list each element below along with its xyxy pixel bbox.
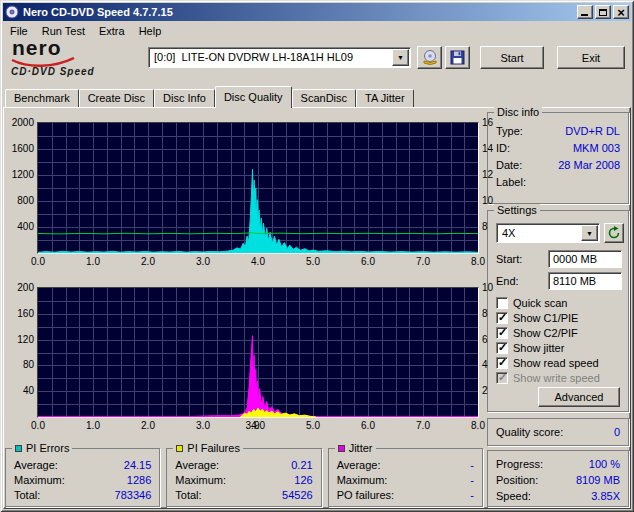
axis-tick-label: 6.0 xyxy=(355,421,381,431)
settings-checkbox-list: Quick scan✓Show C1/PIE✓Show C2/PIF✓Show … xyxy=(496,295,624,385)
axis-tick-label: 1200 xyxy=(0,170,34,180)
menu-extra[interactable]: Extra xyxy=(92,23,132,39)
tab-disc-quality[interactable]: Disc Quality xyxy=(215,86,292,108)
stat-value: 783346 xyxy=(115,489,152,501)
checkbox-quick-scan[interactable]: Quick scan xyxy=(496,295,624,310)
pi-errors-legend-swatch xyxy=(15,445,22,452)
start-button[interactable]: Start xyxy=(480,46,544,69)
axis-tick-label: 12 xyxy=(482,170,504,180)
axis-tick-label: 4.0 xyxy=(245,257,271,267)
pi-failures-total-row: Total:54526 xyxy=(167,487,320,502)
axis-tick-label: 3.0 xyxy=(190,257,216,267)
tab-create-disc[interactable]: Create Disc xyxy=(79,89,154,107)
title-bar[interactable]: Nero CD-DVD Speed 4.7.7.15 × xyxy=(3,3,631,21)
start-position-field[interactable]: 0000 MB xyxy=(548,250,622,268)
refresh-button[interactable] xyxy=(604,223,624,243)
tab-benchmark[interactable]: Benchmark xyxy=(5,89,79,107)
check-icon: ✓ xyxy=(498,371,507,383)
minimize-icon xyxy=(581,14,588,16)
stat-value: - xyxy=(470,489,474,501)
axis-tick-label: 40 xyxy=(0,386,34,396)
checkbox-show-read-speed[interactable]: ✓Show read speed xyxy=(496,355,624,370)
axis-tick-label: 4 xyxy=(482,360,504,370)
jitter-legend-swatch xyxy=(338,445,345,452)
stat-label: PO failures: xyxy=(337,489,394,501)
stat-label: Average: xyxy=(175,459,219,471)
checkbox-label: Quick scan xyxy=(513,297,567,309)
checkbox-show-c2-pif[interactable]: ✓Show C2/PIF xyxy=(496,325,624,340)
jitter-po-failures-row: PO failures:- xyxy=(329,487,482,502)
axis-tick-label: 10 xyxy=(482,283,504,293)
minimize-button[interactable] xyxy=(577,5,593,19)
save-icon xyxy=(450,50,465,65)
chevron-down-icon: ▼ xyxy=(397,54,404,61)
stats-jitter-group: JitterAverage:-Maximum:-PO failures:- xyxy=(328,448,483,507)
checkbox-label: Show C2/PIF xyxy=(513,327,578,339)
window-title: Nero CD-DVD Speed 4.7.7.15 xyxy=(23,6,575,18)
pi-failures-legend-swatch xyxy=(176,445,183,452)
stat-value: - xyxy=(470,459,474,471)
progress-row: Progress: 100 % xyxy=(488,456,628,472)
position-row: Position: 8109 MB xyxy=(488,472,628,488)
axis-tick-label: 1600 xyxy=(0,144,34,154)
stat-value: 54526 xyxy=(282,489,313,501)
speed-value: 3.85X xyxy=(591,490,620,502)
disc-tools-button[interactable] xyxy=(417,46,442,69)
stats-pi-failures-group: PI FailuresAverage:0.21Maximum:126Total:… xyxy=(166,448,321,507)
checkbox-label: Show jitter xyxy=(513,342,564,354)
axis-tick-label: 120 xyxy=(0,335,34,345)
stat-label: Maximum: xyxy=(337,474,388,486)
checkbox-box[interactable] xyxy=(496,297,508,309)
axis-tick-label: 4.0 xyxy=(245,421,271,431)
stat-value: - xyxy=(470,474,474,486)
statistics-row: PI ErrorsAverage:24.15Maximum:1286Total:… xyxy=(5,448,483,507)
close-button[interactable]: × xyxy=(613,5,629,19)
axis-tick-label: 5.0 xyxy=(300,421,326,431)
pi-errors-graph-svg xyxy=(38,123,478,253)
end-position-field[interactable]: 8110 MB xyxy=(548,272,622,290)
progress-value: 100 % xyxy=(589,458,620,470)
exit-button[interactable]: Exit xyxy=(557,46,625,69)
speed-select-value: 4X xyxy=(502,227,515,239)
save-button[interactable] xyxy=(445,46,470,69)
app-disc-icon xyxy=(5,5,19,19)
stats-title-text: PI Errors xyxy=(26,442,69,455)
disc-date-value: 28 Mar 2008 xyxy=(558,159,620,171)
checkbox-show-c1-pie[interactable]: ✓Show C1/PIE xyxy=(496,310,624,325)
advanced-button[interactable]: Advanced xyxy=(538,387,620,407)
stat-value: 0.21 xyxy=(291,459,312,471)
stat-value: 126 xyxy=(294,474,312,486)
drive-select[interactable]: [0:0] LITE-ON DVDRW LH-18A1H HL09 ▼ xyxy=(148,47,411,68)
tab-disc-info[interactable]: Disc Info xyxy=(154,89,215,107)
axis-tick-label: 80 xyxy=(0,360,34,370)
axis-tick-label: 1.0 xyxy=(80,421,106,431)
axis-tick-label: 2 xyxy=(482,386,504,396)
speed-select[interactable]: 4X ▼ xyxy=(496,223,600,243)
maximize-button[interactable] xyxy=(595,5,611,19)
axis-tick-label: 8.0 xyxy=(465,257,491,267)
quality-score-row: Quality score: 0 xyxy=(488,419,628,445)
axis-tick-label: 7.0 xyxy=(410,257,436,267)
checkbox-box: ✓ xyxy=(496,372,508,384)
stat-value: 1286 xyxy=(127,474,151,486)
tab-scandisc[interactable]: ScanDisc xyxy=(292,89,356,107)
axis-tick-label: 8.0 xyxy=(465,421,491,431)
menu-help[interactable]: Help xyxy=(132,23,169,39)
checkbox-show-jitter[interactable]: ✓Show jitter xyxy=(496,340,624,355)
progress-rows: Progress: 100 % Position: 8109 MB Speed:… xyxy=(488,456,628,504)
checkbox-show-write-speed: ✓Show write speed xyxy=(496,370,624,385)
drive-select-arrow[interactable]: ▼ xyxy=(392,49,409,66)
stats-title-text: PI Failures xyxy=(187,442,240,455)
position-label: Position: xyxy=(496,474,538,486)
checkbox-label: Show C1/PIE xyxy=(513,312,578,324)
tab-ta-jitter[interactable]: TA Jitter xyxy=(356,89,414,107)
disc-label-row: Label: xyxy=(488,173,628,190)
drive-select-value: [0:0] LITE-ON DVDRW LH-18A1H HL09 xyxy=(154,51,353,63)
stat-label: Total: xyxy=(14,489,40,501)
stat-label: Maximum: xyxy=(175,474,226,486)
axis-tick-label: 200 xyxy=(0,283,34,293)
speed-select-arrow[interactable]: ▼ xyxy=(581,225,598,241)
jitter-average-row: Average:- xyxy=(329,457,482,472)
pi-failures-maximum-row: Maximum:126 xyxy=(167,472,320,487)
app-window: Nero CD-DVD Speed 4.7.7.15 × FileRun Tes… xyxy=(0,0,634,512)
